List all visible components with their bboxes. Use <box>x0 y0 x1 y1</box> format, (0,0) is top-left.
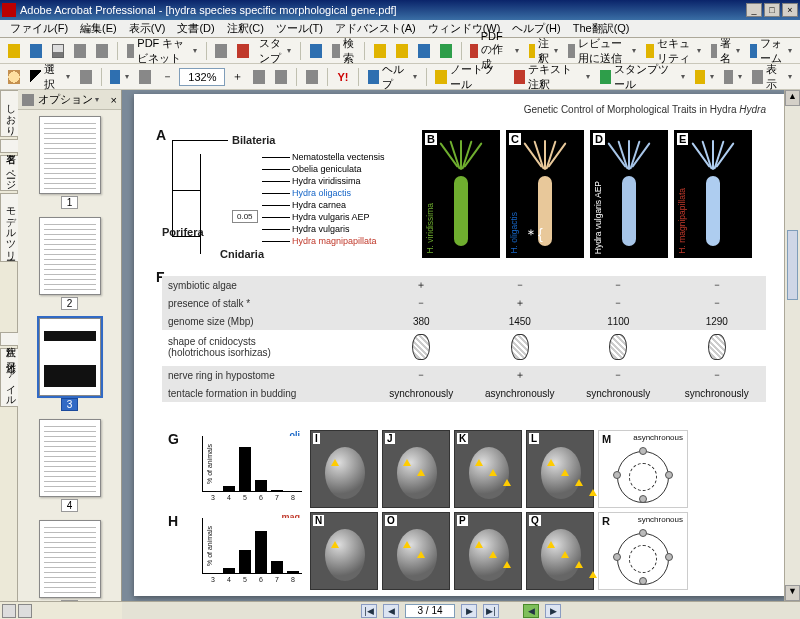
status-btn-1[interactable] <box>2 604 16 618</box>
note-tool-button[interactable]: ノートツール <box>431 67 507 87</box>
hand-tool-button[interactable] <box>4 67 24 87</box>
pdf-cabinet-button[interactable]: PDF キャビネット▾ <box>123 41 201 61</box>
link-button[interactable] <box>306 41 326 61</box>
pdf-icon <box>470 44 477 58</box>
tab-modeltree[interactable]: モデルツリー <box>0 193 20 262</box>
tab-comments[interactable]: 注釈 <box>0 332 20 346</box>
vertical-scrollbar[interactable]: ▲ ▼ <box>784 90 800 601</box>
scan-button[interactable] <box>233 41 253 61</box>
window-minimize-button[interactable]: _ <box>746 3 762 17</box>
species-label: Hydra carnea <box>292 200 346 210</box>
drawing-button[interactable]: ▾ <box>720 67 747 87</box>
security-dropdown[interactable]: セキュリティ▾ <box>642 41 705 61</box>
help-dropdown[interactable]: ヘルプ▾ <box>364 67 421 87</box>
save-button[interactable] <box>26 41 46 61</box>
organizer-icon <box>74 44 86 58</box>
scroll-up-button[interactable]: ▲ <box>785 90 800 106</box>
page-thumbnail[interactable] <box>39 217 101 295</box>
translate-button-4[interactable] <box>436 41 456 61</box>
nav-back-button[interactable]: ◀ <box>523 604 539 618</box>
sign-dropdown[interactable]: 署名▾ <box>707 41 744 61</box>
zoom-icon <box>110 70 120 84</box>
menu-comment[interactable]: 注釈(C) <box>221 20 270 37</box>
nav-prev-button[interactable]: ◀ <box>383 604 399 618</box>
fit-width-button[interactable] <box>249 67 269 87</box>
species-label: Hydra vulgaris AEP <box>292 212 370 222</box>
page-icon <box>139 70 151 84</box>
organize-button[interactable] <box>70 41 90 61</box>
form-dropdown[interactable]: フォーム▾ <box>746 41 796 61</box>
schematic-diagram: Masynchronous <box>598 430 688 508</box>
create-pdf-dropdown[interactable]: PDFの作成▾ <box>466 41 523 61</box>
pages-options-label[interactable]: オプション <box>38 92 93 107</box>
snapshot-button[interactable] <box>76 67 96 87</box>
menu-edit[interactable]: 編集(E) <box>74 20 123 37</box>
scroll-thumb[interactable] <box>787 230 798 300</box>
nav-forward-button[interactable]: ▶ <box>545 604 561 618</box>
species-label: Hydra viridissima <box>292 176 361 186</box>
scroll-down-button[interactable]: ▼ <box>785 585 800 601</box>
nav-next-button[interactable]: ▶ <box>461 604 477 618</box>
zoom-field[interactable] <box>179 68 225 86</box>
window-titlebar: Adobe Acrobat Professional - [hydra spec… <box>0 0 800 20</box>
yahoo-button[interactable]: Y! <box>333 67 353 87</box>
show-dropdown[interactable]: 表示▾ <box>748 67 796 87</box>
tab-pages[interactable]: ページ <box>0 155 20 191</box>
menu-tools[interactable]: ツール(T) <box>270 20 329 37</box>
page-thumbnail[interactable] <box>39 318 101 396</box>
print-button[interactable] <box>48 41 68 61</box>
zoom-minus-button[interactable]: － <box>157 67 177 87</box>
menu-file[interactable]: ファイル(F) <box>4 20 74 37</box>
tab-signatures[interactable]: 署名 <box>0 139 20 153</box>
menu-help[interactable]: ヘルプ(H) <box>506 20 566 37</box>
page-thumbnail[interactable] <box>39 520 101 598</box>
email-button[interactable] <box>92 41 112 61</box>
tab-attachments[interactable]: 添付ファイル <box>0 348 20 407</box>
highlight-button[interactable]: ▾ <box>691 67 718 87</box>
left-tab-strip: しおり 署名 ページ モデルツリー 注釈 添付ファイル <box>0 90 18 601</box>
scale-bar: 0.05 <box>232 210 258 223</box>
zoom-plus-button[interactable]: ＋ <box>227 67 247 87</box>
window-close-button[interactable]: × <box>782 3 798 17</box>
pdf-page[interactable]: Genetic Control of Morphological Traits … <box>134 94 786 596</box>
folder-icon <box>8 44 20 58</box>
pages-close-button[interactable]: × <box>111 94 117 106</box>
tab-bookmarks[interactable]: しおり <box>0 90 20 137</box>
page-thumbnail[interactable] <box>39 419 101 497</box>
menu-translate[interactable]: The翻訳(Q) <box>567 20 636 37</box>
translate-icon <box>418 44 430 58</box>
translate-button-3[interactable] <box>414 41 434 61</box>
attach-button[interactable] <box>211 41 231 61</box>
translate-button-2[interactable] <box>392 41 412 61</box>
menu-document[interactable]: 文書(D) <box>171 20 220 37</box>
species-label: Hydra vulgaris <box>292 224 350 234</box>
comment-dropdown[interactable]: 注釈▾ <box>525 41 562 61</box>
thumbnail-list[interactable]: 123456 <box>18 110 121 601</box>
window-maximize-button[interactable]: □ <box>764 3 780 17</box>
page-number-field[interactable] <box>405 604 455 618</box>
rotate-button[interactable] <box>302 67 322 87</box>
select-tool-button[interactable]: 選択▾ <box>26 67 74 87</box>
open-button[interactable] <box>4 41 24 61</box>
page-thumbnail[interactable] <box>39 116 101 194</box>
send-review-dropdown[interactable]: レビュー用に送信▾ <box>564 41 640 61</box>
menu-view[interactable]: 表示(V) <box>123 20 172 37</box>
fit-page-button[interactable] <box>271 67 291 87</box>
translate-icon <box>396 44 408 58</box>
disk-icon <box>30 44 42 58</box>
hand-icon <box>8 70 20 84</box>
nav-first-button[interactable]: |◀ <box>361 604 377 618</box>
text-annotation-dropdown[interactable]: テキスト注釈▾ <box>510 67 594 87</box>
stamp-dropdown[interactable]: スタンプ▾ <box>255 41 295 61</box>
nav-last-button[interactable]: ▶| <box>483 604 499 618</box>
stamp-tool-dropdown[interactable]: スタンプツール▾ <box>596 67 689 87</box>
document-area: Genetic Control of Morphological Traits … <box>122 90 800 601</box>
zoom-in-button[interactable]: ▾ <box>106 67 133 87</box>
translate-button-1[interactable] <box>370 41 390 61</box>
traits-table: symbiotic algae＋－－－presence of stalk *－＋… <box>162 276 766 402</box>
fitwidth-icon <box>253 70 265 84</box>
status-btn-2[interactable] <box>18 604 32 618</box>
zoom-out-icon-button[interactable] <box>135 67 155 87</box>
menu-advanced[interactable]: アドバンスト(A) <box>329 20 422 37</box>
search-button[interactable]: 検索 <box>328 41 359 61</box>
